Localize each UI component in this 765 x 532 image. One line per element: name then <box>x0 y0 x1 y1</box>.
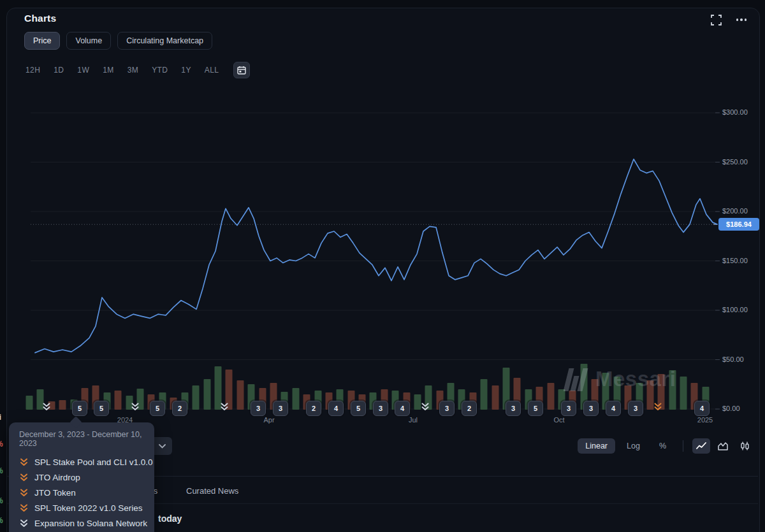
card-header-actions <box>709 13 748 27</box>
event-chevron-marker[interactable] <box>421 402 430 414</box>
occluded-text-fragment: % <box>0 440 3 449</box>
event-count-marker[interactable]: 4 <box>328 401 344 416</box>
time-range-1y[interactable]: 1Y <box>181 66 191 75</box>
event-count-marker[interactable]: 3 <box>439 401 455 416</box>
line-chart-icon <box>696 442 706 450</box>
tooltip-event-label: JTO Token <box>34 488 76 498</box>
tooltip-event-label: SPL Stake Pool and CLI v1.0.0 <box>34 457 153 467</box>
time-range-row: 12H1D1W1M3MYTD1YALL <box>26 62 250 78</box>
event-count-marker[interactable]: 3 <box>561 401 576 416</box>
event-count-marker[interactable]: 3 <box>583 401 599 416</box>
tooltip-event-label: JTO Airdrop <box>34 473 80 482</box>
area-chart-icon <box>718 442 728 450</box>
event-count-marker[interactable]: 5 <box>72 401 87 416</box>
event-count-marker[interactable]: 5 <box>528 401 543 416</box>
tooltip-event-item[interactable]: JTO Airdrop <box>19 470 144 485</box>
event-chevron-marker[interactable] <box>220 402 229 414</box>
tab-price[interactable]: Price <box>24 32 60 50</box>
events-today-heading-fragment: today <box>158 514 182 524</box>
candlestick-chart-icon <box>740 442 750 450</box>
tooltip-event-item[interactable]: SPL Token 2022 v1.0 Series <box>19 500 144 515</box>
line-chart-button[interactable] <box>692 438 710 454</box>
tooltip-event-label: Expansion to Solana Network <box>34 519 147 528</box>
x-axis-label: 2025 <box>697 416 713 424</box>
event-chevron-marker[interactable] <box>131 402 140 414</box>
double-chevron-down-icon <box>653 402 663 412</box>
occluded-text-fragment: ri <box>0 413 1 422</box>
time-range-1w[interactable]: 1W <box>77 66 89 75</box>
tooltip-event-list: SPL Stake Pool and CLI v1.0.0JTO Airdrop… <box>19 454 144 531</box>
candlestick-chart-button[interactable] <box>736 438 754 454</box>
event-chevron-marker[interactable] <box>42 402 52 414</box>
event-count-marker[interactable]: 4 <box>606 401 621 416</box>
y-axis-label: $0.00 <box>722 405 740 412</box>
time-range-1d[interactable]: 1D <box>54 66 64 75</box>
double-chevron-down-icon <box>19 473 29 482</box>
scale-log-button[interactable]: Log <box>619 438 648 454</box>
area-chart-button[interactable] <box>714 438 732 454</box>
watermark-text: Messari <box>595 367 676 391</box>
event-count-marker[interactable]: 5 <box>150 401 165 416</box>
orange-double-chevron-icon <box>19 503 29 513</box>
event-count-marker[interactable]: 4 <box>694 401 710 416</box>
double-chevron-down-icon <box>421 402 430 412</box>
double-chevron-down-icon <box>19 488 29 498</box>
time-range-all[interactable]: ALL <box>205 66 219 75</box>
page-title: Charts <box>24 13 56 24</box>
messari-watermark: Messari <box>564 367 676 391</box>
y-axis-label: $250.00 <box>722 158 748 166</box>
orange-double-chevron-icon <box>19 457 29 467</box>
double-chevron-down-icon <box>19 457 29 467</box>
y-axis-label: $300.00 <box>722 108 748 116</box>
calendar-button[interactable] <box>233 62 250 78</box>
time-range-3m[interactable]: 3M <box>127 66 138 75</box>
event-count-marker[interactable]: 4 <box>395 401 410 416</box>
page: Charts PriceVolumeCirculating Marketcap … <box>0 0 765 532</box>
controls-divider <box>683 440 683 452</box>
event-count-marker[interactable]: 3 <box>251 401 266 416</box>
tab-circulating-marketcap[interactable]: Circulating Marketcap <box>117 32 212 50</box>
more-menu-icon[interactable] <box>734 13 748 27</box>
occluded-text-fragment: % <box>0 496 3 505</box>
tooltip-event-item[interactable]: JTO Token <box>19 485 144 500</box>
y-axis-label: $150.00 <box>722 257 748 264</box>
tooltip-event-item[interactable]: Expansion to Solana Network <box>19 515 144 531</box>
event-count-marker[interactable]: 3 <box>273 401 288 416</box>
event-count-marker[interactable]: 2 <box>462 401 477 416</box>
event-count-marker[interactable]: 2 <box>306 401 321 416</box>
event-count-marker[interactable]: 3 <box>628 401 643 416</box>
scale-linear-button[interactable]: Linear <box>578 438 615 454</box>
current-price-badge: $186.94 <box>718 218 759 231</box>
occluded-text-fragment: % <box>0 466 3 475</box>
event-count-marker[interactable]: 5 <box>94 401 109 416</box>
event-count-marker[interactable]: 2 <box>172 401 187 416</box>
fullscreen-icon[interactable] <box>709 13 723 27</box>
double-chevron-down-icon <box>19 503 29 513</box>
orange-double-chevron-icon <box>19 488 29 498</box>
time-range-ytd[interactable]: YTD <box>152 66 168 75</box>
events-tooltip: December 3, 2023 - December 10, 2023 SPL… <box>9 422 154 532</box>
x-axis-label: Jul <box>409 416 418 424</box>
tooltip-date-range: December 3, 2023 - December 10, 2023 <box>19 430 144 448</box>
double-chevron-down-icon <box>19 519 29 528</box>
x-axis-label: Oct <box>553 416 564 424</box>
scale-percent-button[interactable]: % <box>652 438 674 454</box>
time-range-1m[interactable]: 1M <box>103 66 113 75</box>
calendar-icon <box>237 66 246 75</box>
y-axis-label: $200.00 <box>722 207 748 215</box>
event-chevron-marker[interactable] <box>653 402 663 414</box>
tab-volume[interactable]: Volume <box>66 32 111 50</box>
event-count-marker[interactable]: 3 <box>373 401 388 416</box>
time-range-12h[interactable]: 12H <box>26 66 40 75</box>
tooltip-event-item[interactable]: SPL Stake Pool and CLI v1.0.0 <box>19 454 144 470</box>
chevron-down-icon <box>159 444 166 449</box>
double-chevron-down-icon <box>220 402 229 412</box>
y-axis-label: $100.00 <box>722 306 748 313</box>
event-count-marker[interactable]: 3 <box>506 401 521 416</box>
double-chevron-down-icon <box>42 402 52 412</box>
orange-double-chevron-icon <box>19 473 29 482</box>
light-double-chevron-icon <box>19 519 29 528</box>
messari-logo-icon <box>564 367 589 391</box>
event-count-marker[interactable]: 5 <box>351 401 366 416</box>
tab-curated-news[interactable]: Curated News <box>186 486 238 496</box>
